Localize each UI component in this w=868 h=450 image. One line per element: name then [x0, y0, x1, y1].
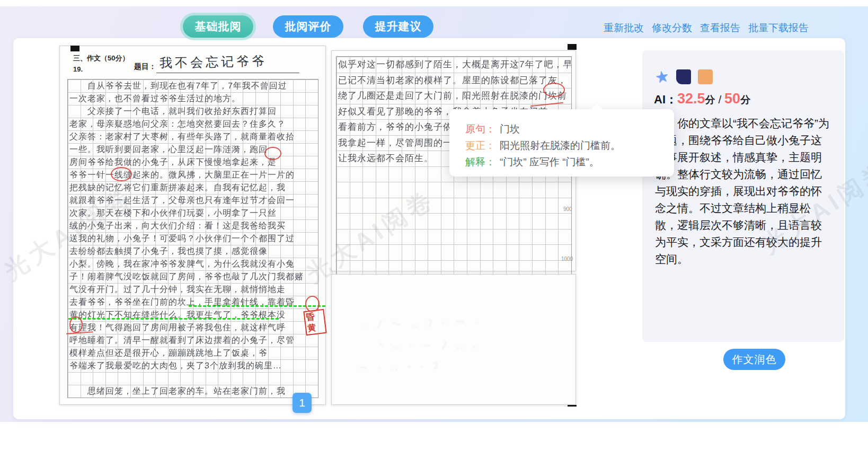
handwritten-line: 爷端来了我最爱吃的大肉包，夹了3个放到我的碗里…: [67, 359, 318, 372]
essay-section-header: 三、作文（50分）: [73, 54, 129, 63]
handwritten-line: [67, 372, 318, 385]
title-underline: [156, 73, 299, 73]
star-icon: ★: [654, 68, 670, 85]
correction-tooltip: 原句：门坎 更正：阳光照射在脱漆的门槛前。 解释：“门坎” 应写作 “门槛”。: [449, 109, 674, 177]
page-number-badge[interactable]: 1: [293, 393, 312, 413]
top-action-links: 重新批改修改分数查看报告批量下载报告: [604, 21, 809, 35]
handwritten-line: 父亲接了一个电话，就叫我们收拾好东西打算回: [67, 105, 318, 118]
tooltip-original-row: 原句：门坎: [465, 121, 674, 137]
red-circle-annotation[interactable]: [69, 316, 83, 333]
handwritten-line: 父亲答：老家村了大枣树，有些年头路了，就商量着收拾: [67, 130, 318, 143]
handwritten-line: 房间爷爷给我做的小兔子，从床下慢慢地拿起来，是: [67, 156, 318, 169]
score-divider: /: [715, 93, 725, 105]
scan-registration-mark: [70, 46, 79, 51]
word-count-marker: 900: [563, 206, 572, 212]
essay-grid-page-1: 自从爷爷去世，到现在也有7年了，7年我不曾回过一次老家，也不曾看过爷爷生活过的地…: [67, 79, 318, 398]
handwritten-line: 去纷纷都去触摸了小兔子，我也摸了摸，感觉很像: [67, 245, 318, 258]
handwritten-line: 一次老家，也不曾看过爷爷生活过的地方。: [67, 92, 318, 105]
ai-score-label: AI：: [654, 93, 677, 106]
handwritten-line: 小梨。傍晚，我在家冲爷爷发脾气，为什么我就没有小兔: [67, 258, 318, 270]
handwritten-essay-title: 我不会忘记爷爷: [160, 52, 268, 72]
green-underline-annotation: [68, 318, 279, 320]
handwritten-line: 次家。那天在楼下和小伙伴们玩耍，小明拿了一只丝: [67, 207, 318, 219]
handwritten-line: 把残缺的记忆将它们重新拼凑起来。自我有记忆起，我: [67, 181, 318, 194]
top-action-link[interactable]: 查看报告: [700, 21, 740, 35]
navy-square-icon: [676, 69, 691, 84]
handwritten-line: 已记不清当初老家的模样了。屋里的陈设都已落了灰，: [336, 73, 572, 89]
tab-bar: 基础批阅 批阅评价 提升建议: [183, 15, 433, 38]
total-score-value: 50: [724, 91, 740, 107]
word-count-marker: 1000: [561, 256, 573, 262]
handwritten-line: 绒的小兔子出来，向大伙们介绍：看！这是我爸给我买: [67, 219, 318, 232]
tooltip-explanation-row: 解释：“门坎” 应写作 “门槛”。: [465, 154, 674, 170]
scan-registration-mark: [568, 405, 577, 407]
tooltip-original-text: 门坎: [500, 123, 520, 135]
ai-evaluation-panel: ★ AI：32.5分 / 50分 你的文章以“我不会忘记爷爷”为主题，围绕爷爷给…: [642, 50, 844, 342]
top-action-link[interactable]: 批量下载报告: [748, 21, 809, 35]
red-circle-annotation[interactable]: [543, 83, 565, 97]
ai-score-value: 32.5: [677, 91, 705, 107]
score-icons: ★: [655, 69, 713, 84]
top-action-link[interactable]: 重新批改: [604, 21, 644, 35]
essay-polish-button[interactable]: 作文润色: [723, 349, 785, 370]
score-unit: 分: [705, 94, 715, 105]
tab-basic-review[interactable]: 基础批阅: [183, 15, 253, 38]
handwritten-line: 气没有开门。过了几十分钟，我实在无聊，就悄悄地走: [67, 283, 318, 296]
handwritten-line: 自从爷爷去世，到现在也有7年了，7年我不曾回过: [67, 80, 318, 92]
handwritten-line: 模样差点但还是很开心，蹦蹦跳跳地上了饭桌，爷: [67, 347, 318, 359]
orange-square-icon: [698, 69, 713, 84]
essay-scan-page-3: · ﾉ ～ ‥ ﾌ ‐ ～ · ‐ ‥ · ～ ﾉ ‥ · ～ · ‥ ‐ · …: [331, 274, 576, 405]
handwritten-line: 绕了几圈还是走回了大门前，阳光照射在脱漆的门坎前: [336, 88, 572, 104]
handwritten-line: 老家，母亲疑惑地问父亲：怎地突然要回去？住多久？: [67, 118, 318, 130]
tooltip-explanation-text: “门坎” 应写作 “门槛”。: [500, 156, 599, 167]
tooltip-correction-label: 更正：: [465, 140, 495, 151]
essay-title-label: 题目：: [134, 62, 156, 72]
essay-scan-page-1: 三、作文（50分） 19. 题目： 我不会忘记爷爷 自从爷爷去世，到现在也有7年…: [59, 46, 326, 405]
handwritten-line: 思绪回笼，坐上了回老家的车。站在老家门前，我: [67, 385, 318, 398]
tooltip-original-label: 原句：: [465, 123, 495, 135]
handwritten-line: 有理我！气得跑回了房间用被子将我包住，就这样气呼: [67, 321, 318, 334]
top-action-link[interactable]: 修改分数: [652, 21, 692, 35]
handwritten-line: 似乎对这一切都感到了陌生，大概是离开这7年了吧，早: [336, 57, 572, 73]
tab-improvement-suggestions[interactable]: 提升建议: [363, 15, 433, 38]
ai-comment-text: 你的文章以“我不会忘记爷爷”为主题，围绕爷爷给自己做小兔子这件事展开叙述，情感真…: [655, 115, 832, 268]
handwritten-line: 爷爷一针一线缝起来的。微风拂，大脑里正在一片一片的: [67, 169, 318, 181]
red-circle-annotation[interactable]: [264, 147, 281, 160]
correction-stamp: 昏黄: [303, 309, 326, 336]
handwritten-line: 就跟着爷爷一起生活了，父母亲也只有逢年过节才会回一: [67, 194, 318, 207]
tab-review-evaluation[interactable]: 批阅评价: [273, 15, 343, 38]
handwritten-line: 呼地睡着了。清早一醒就看到了床边摆着的小兔子，尽管: [67, 334, 318, 347]
ai-score-line: AI：32.5分 / 50分: [654, 91, 750, 108]
tooltip-correction-row: 更正：阳光照射在脱漆的门槛前。: [465, 137, 674, 154]
handwritten-line: 子！闹着脾气没吃饭就回了房间，爷爷也敲了几次门我都赌: [67, 270, 318, 283]
handwritten-line: 送我的礼物，小兔子！可爱吗？小伙伴们一个个都围了过: [67, 232, 318, 245]
essay-question-number: 19.: [73, 65, 83, 73]
total-score-unit: 分: [740, 94, 750, 105]
tooltip-correction-text: 阳光照射在脱漆的门槛前。: [500, 140, 621, 151]
red-circle-annotation[interactable]: [111, 167, 132, 181]
tooltip-explanation-label: 解释：: [465, 156, 495, 167]
scan-registration-mark: [568, 44, 577, 50]
